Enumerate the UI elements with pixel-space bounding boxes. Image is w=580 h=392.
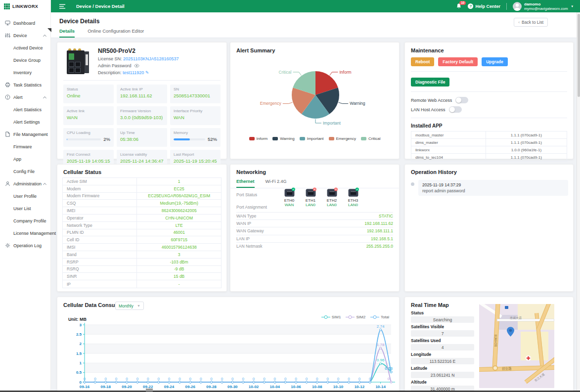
svg-text:0.96: 0.96 <box>377 358 385 362</box>
table-row: LAN IP192.168.5.1 <box>236 235 393 242</box>
device-stat-tile: Firmware Version3.0.0 (0d59d59-103) <box>117 106 167 125</box>
row-label: SINR <box>63 273 137 280</box>
divider <box>411 118 567 118</box>
map-canvas[interactable]: 志诚大道 创业路 开发大道 东江大道 <box>479 304 554 388</box>
legend-item-emergency[interactable]: Emergency <box>329 136 356 141</box>
upgrade-button[interactable]: Upgrade <box>482 57 507 66</box>
sidebar-item-alert-settings[interactable]: Alert Settings <box>0 116 50 128</box>
port-assignment: LAN0 <box>346 203 360 207</box>
stat-label: CPU Loading <box>67 131 110 135</box>
stat-label: SN <box>174 87 217 91</box>
latitude-field: Latitude23.061241 N <box>411 366 474 378</box>
svg-text:09-18: 09-18 <box>101 385 111 389</box>
sidebar-item-device[interactable]: Device <box>0 29 50 42</box>
sidebar-item-user-list[interactable]: User List <box>0 202 50 215</box>
sidebar-item-license-management[interactable]: License Management <box>0 227 50 239</box>
sidebar-item-user-profile[interactable]: User Profile <box>0 190 50 202</box>
legend-item-important[interactable]: Important <box>300 136 324 141</box>
back-to-list-button[interactable]: ‹ Back to List <box>514 18 548 27</box>
installed-app-table: modbus_master1.1.1 (070cad9-1)dlms_maste… <box>411 131 567 162</box>
eth0-port[interactable]: ETH0WAN <box>282 187 297 207</box>
tab-details[interactable]: Details <box>59 28 75 38</box>
legend-label: Emergency <box>336 136 356 141</box>
tab-ethernet[interactable]: Ethernet <box>236 179 255 188</box>
svg-text:0: 0 <box>231 377 234 381</box>
breadcrumb[interactable]: Device / Device Detail <box>76 3 125 9</box>
row-label: PLMN ID <box>63 229 137 236</box>
sidebar-item-alert[interactable]: Alert <box>0 91 50 103</box>
row-label: Band <box>63 251 137 258</box>
cpu-progress-bar <box>67 138 101 140</box>
notification-badge: 10 <box>459 1 466 5</box>
stat-label: First Connect <box>67 152 110 157</box>
svg-text:09-26: 09-26 <box>185 385 196 389</box>
stat-label: Last Report <box>174 152 217 157</box>
row-label: IMEI <box>63 207 137 214</box>
port-status-label: Port Status <box>236 192 267 197</box>
sidebar-item-firmware[interactable]: Firmware <box>0 140 50 153</box>
tab-wifi-2-4g[interactable]: Wi-Fi 2.4G <box>266 179 287 188</box>
diagnostic-file-button[interactable]: Diagnostic File <box>411 78 449 87</box>
legend-item-sim1[interactable]: SIM1 <box>321 315 341 319</box>
sidebar-item-app[interactable]: App <box>0 153 50 165</box>
stat-label: Firmware Version <box>120 109 164 113</box>
lan-host-access-row: LAN Host Access <box>411 106 567 113</box>
user-name: damomo <box>524 2 568 6</box>
memory-progress-bar <box>174 138 205 140</box>
sidebar-collapse-handle[interactable] <box>47 28 51 32</box>
help-center-link[interactable]: ? Help Center <box>468 3 500 9</box>
legend-item-warning[interactable]: Warning <box>272 136 295 141</box>
sidebar-item-administration[interactable]: Administration <box>0 177 50 190</box>
legend-item-inform[interactable]: Inform <box>249 136 268 141</box>
license-sn-value[interactable]: 20251103KNJA5128160537 <box>123 56 178 61</box>
table-row: ModemEC25 <box>63 185 221 193</box>
edit-icon[interactable]: ✎ <box>145 70 149 75</box>
svg-text:0: 0 <box>242 377 244 381</box>
legend-item-critical[interactable]: Critical <box>361 136 380 141</box>
sidebar-item-task-statistics[interactable]: Task Statistics <box>0 79 50 91</box>
sidebar-item-alert-statistics[interactable]: Alert Statistics <box>0 103 50 116</box>
legend-item-total[interactable]: Total <box>370 315 389 319</box>
device-info-card: NR500-ProV2 License SN: 20251103KNJA5128… <box>57 42 227 159</box>
chevron-up-icon <box>43 35 46 38</box>
sidebar-item-actived-device[interactable]: Actived Device <box>0 42 50 54</box>
svg-text:09-16: 09-16 <box>80 385 90 389</box>
factory-default-button[interactable]: Factory Default <box>438 57 478 66</box>
scrollbar[interactable] <box>577 12 580 392</box>
sidebar-item-company-profile[interactable]: Company Profile <box>0 215 50 227</box>
period-select[interactable]: Monthly ▼ <box>115 302 144 310</box>
brand-logo[interactable]: LINKWORX <box>0 0 50 13</box>
sidebar-item-dashboard[interactable]: Dashboard <box>0 17 50 29</box>
sidebar-item-config-file[interactable]: Config File <box>0 165 50 177</box>
device-stat-tile: CPU Loading2% <box>63 128 114 147</box>
maintenance-title: Maintenance <box>411 47 567 53</box>
menu-fold-icon[interactable] <box>59 4 65 9</box>
sidebar-item-device-group[interactable]: Device Group <box>0 54 50 66</box>
satellites-used-field: Satellites Used4 <box>411 338 474 350</box>
scrollbar-thumb[interactable] <box>578 14 580 97</box>
device-stat-tile: SN25085147330001 <box>170 85 221 103</box>
history-box: 2025-11-19 14:37:29report admin password <box>418 180 568 196</box>
reboot-button[interactable]: Reboot <box>411 57 434 66</box>
eth2-port[interactable]: ETH2LAN0 <box>324 187 339 207</box>
sidebar: LINKWORX DashboardDeviceActived DeviceDe… <box>0 0 51 392</box>
notification-bell[interactable]: 10 <box>456 3 462 9</box>
eth3-port[interactable]: ETH3LAN0 <box>346 187 360 207</box>
map-road-label: 志诚大道 <box>510 315 522 320</box>
eye-icon[interactable] <box>134 64 139 68</box>
eth1-port[interactable]: ETH1LAN0 <box>303 187 318 207</box>
status-field: StatusSearching <box>411 310 474 323</box>
tab-online-configuration-editor[interactable]: Online Configuration Editor <box>88 28 144 38</box>
legend-item-sim2[interactable]: SIM2 <box>346 315 365 319</box>
sidebar-item-file-management[interactable]: File Management <box>0 128 50 140</box>
lan-host-access-toggle[interactable] <box>449 106 462 113</box>
user-menu[interactable]: damomo mymo@navigateworx.com ▾ <box>513 2 573 11</box>
sidebar-item-label: Actived Device <box>13 45 43 50</box>
sidebar-item-operation-log[interactable]: Operation Log <box>0 239 50 252</box>
remote-web-access-toggle[interactable] <box>455 97 468 103</box>
table-row: IP- <box>63 280 221 288</box>
svg-text:Warning: Warning <box>350 101 365 106</box>
divider <box>506 3 507 10</box>
sidebar-item-inventory[interactable]: Inventory <box>0 66 50 79</box>
row-label: WAN Gateway <box>236 228 264 233</box>
